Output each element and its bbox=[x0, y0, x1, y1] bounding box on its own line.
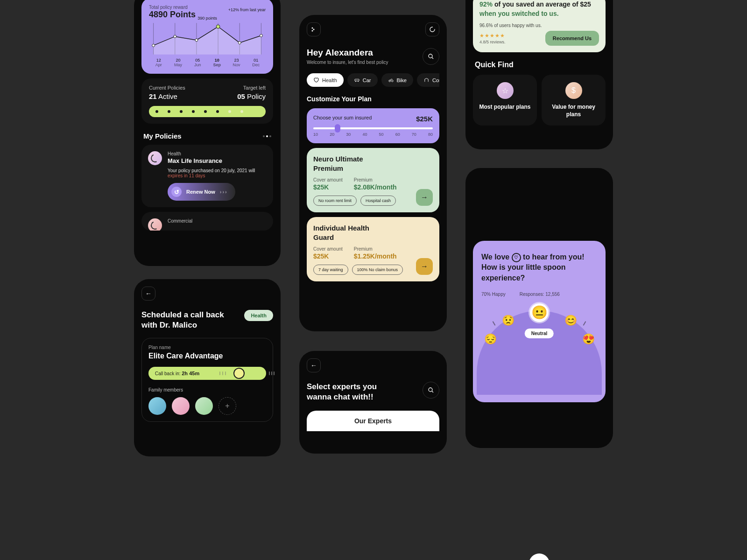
plan-name: Individual Health Guard bbox=[313, 224, 379, 242]
slider-scale: 1020304050607080 bbox=[313, 132, 433, 137]
rewards-screen: Total policy reward 4890 Points +12% fro… bbox=[134, 0, 281, 266]
svg-line-17 bbox=[432, 57, 433, 59]
policy-icon bbox=[148, 218, 162, 231]
quickfind-card[interactable]: $ Value for money plans bbox=[542, 75, 606, 126]
svg-point-15 bbox=[430, 27, 435, 32]
back-button[interactable]: ← bbox=[307, 358, 321, 372]
svg-point-6 bbox=[152, 44, 155, 47]
svg-point-10 bbox=[238, 42, 241, 44]
experts-title: Select experts you wanna chat with!! bbox=[307, 382, 400, 402]
avatar[interactable] bbox=[172, 397, 190, 415]
svg-point-13 bbox=[313, 29, 315, 30]
plan-name: Neuro Ultimate Premium bbox=[313, 154, 379, 173]
pager-dots[interactable] bbox=[263, 135, 271, 137]
recommend-subtext: 96.6% of users happy with us. bbox=[479, 23, 599, 28]
policies-summary: Current Policies 21 Active Target left 0… bbox=[141, 78, 273, 124]
search-button[interactable] bbox=[423, 382, 439, 399]
slider-thumb[interactable] bbox=[335, 124, 340, 133]
heart-icon: ♡ bbox=[512, 253, 521, 262]
svg-line-24 bbox=[432, 391, 433, 392]
rewards-label: Total policy reward bbox=[149, 5, 266, 10]
policy-name: Max Life Insurance bbox=[168, 157, 267, 164]
chart-peak-label: 390 points bbox=[149, 16, 266, 21]
target-left-label: Target left bbox=[237, 85, 266, 91]
callback-details: Plan name Elite Care Advantage Call back… bbox=[141, 338, 273, 422]
recommend-button[interactable]: Recommend Us bbox=[545, 31, 599, 46]
chip-commercial[interactable]: Commer bbox=[417, 73, 439, 87]
plan-name: Elite Care Advantage bbox=[148, 352, 266, 360]
sum-amount: $25K bbox=[416, 115, 433, 123]
subtitle: Welcome to insure, let's find best polic… bbox=[307, 60, 388, 65]
callback-timer-bar[interactable]: Call back in: 2h 45m bbox=[148, 367, 266, 380]
policy-item[interactable]: Health Max Life Insurance Your policy pu… bbox=[141, 145, 273, 207]
renew-button[interactable]: ↺ Renew Now ››› bbox=[168, 183, 235, 201]
quickfind-card[interactable]: ☆ Most popular plans bbox=[473, 75, 537, 126]
family-avatars: + bbox=[148, 397, 266, 415]
dollar-icon: $ bbox=[565, 82, 582, 99]
feedback-card: We love ♡ to hear from you! How is your … bbox=[473, 241, 606, 402]
policy-category: Commercial bbox=[168, 218, 267, 224]
svg-point-20 bbox=[358, 81, 359, 82]
slider-thumb[interactable] bbox=[233, 368, 245, 379]
plan-card[interactable]: Individual Health Guard Cover amount$25K… bbox=[307, 217, 439, 281]
svg-point-16 bbox=[429, 54, 432, 58]
emoji-worried[interactable]: 😟 bbox=[501, 314, 515, 328]
rewards-chart: 390 points 12Apr 20May 05Jun bbox=[149, 16, 266, 67]
arrow-button[interactable]: → bbox=[416, 258, 433, 275]
emoji-neutral[interactable]: 😐 bbox=[530, 303, 549, 322]
close-button[interactable]: ✕ bbox=[529, 553, 550, 560]
sum-slider[interactable] bbox=[313, 127, 433, 129]
star-rating-icon: ★★★★★ bbox=[479, 33, 506, 39]
responses-stat: Responses: 12,556 bbox=[520, 292, 560, 297]
policy-item[interactable]: Commercial bbox=[141, 212, 273, 231]
emoji-happy[interactable]: 😊 bbox=[564, 314, 578, 328]
refresh-icon: ↺ bbox=[171, 187, 182, 197]
line-chart bbox=[149, 22, 266, 55]
sum-label: Choose your sum insured bbox=[313, 115, 372, 123]
plan-card[interactable]: Neuro Ultimate Premium Cover amount$25K … bbox=[307, 148, 439, 212]
family-members-label: Family members bbox=[148, 387, 266, 392]
sum-insured-card: Choose your sum insured $25K 10203040506… bbox=[307, 108, 439, 143]
feedback-title: We love ♡ to hear from you! How is your … bbox=[481, 252, 597, 283]
current-policies-label: Current Policies bbox=[149, 85, 185, 91]
progress-indicator bbox=[149, 106, 266, 117]
back-button[interactable]: ← bbox=[141, 287, 155, 301]
chip-car[interactable]: Car bbox=[347, 73, 378, 87]
svg-point-7 bbox=[174, 35, 176, 38]
emoji-sad[interactable]: 😔 bbox=[483, 332, 497, 346]
recommend-screen: 92% of you saved an average of $25 when … bbox=[465, 0, 613, 149]
menu-icon[interactable] bbox=[307, 22, 321, 36]
svg-point-22 bbox=[391, 80, 393, 82]
experts-header: Our Experts bbox=[313, 417, 433, 425]
refresh-icon[interactable] bbox=[425, 22, 439, 36]
search-button[interactable] bbox=[423, 48, 439, 65]
callback-title: Scheduled a call backwith Dr. Malico bbox=[141, 310, 224, 330]
arrow-button[interactable]: → bbox=[416, 189, 433, 206]
rewards-card: Total policy reward 4890 Points +12% fro… bbox=[141, 0, 273, 74]
svg-point-11 bbox=[260, 34, 263, 37]
review-score: 4.8/5 reviews. bbox=[479, 40, 506, 44]
category-tag: Health bbox=[244, 310, 273, 321]
avatar[interactable] bbox=[148, 397, 166, 415]
avatar[interactable] bbox=[195, 397, 213, 415]
greeting: Hey Alexandera bbox=[307, 48, 388, 58]
happy-stat: 70% Happy bbox=[481, 292, 506, 297]
customize-heading: Customize Your Plan bbox=[307, 95, 439, 103]
feedback-screen: We love ♡ to hear from you! How is your … bbox=[465, 168, 613, 448]
policy-icon bbox=[148, 151, 162, 165]
chip-health[interactable]: Health bbox=[307, 73, 344, 87]
plan-tag: 100% No claim bonus bbox=[352, 265, 403, 275]
experts-screen: ← Select experts you wanna chat with!! O… bbox=[299, 351, 447, 454]
mood-label: Neutral bbox=[525, 329, 554, 338]
chart-x-labels: 12Apr 20May 05Jun 10Sep 23Nov 01Dec bbox=[149, 58, 266, 67]
add-member-button[interactable]: + bbox=[218, 397, 236, 415]
recommend-card: 92% of you saved an average of $25 when … bbox=[473, 0, 606, 52]
chip-bike[interactable]: Bike bbox=[381, 73, 413, 87]
policy-message: Your policy purchased on 20 july, 2021 w… bbox=[168, 168, 267, 178]
svg-point-19 bbox=[355, 81, 356, 82]
emoji-love[interactable]: 😍 bbox=[581, 332, 595, 346]
svg-rect-18 bbox=[355, 79, 359, 81]
mood-selector[interactable]: 😔 😟 😐 😊 😍 Neutral bbox=[481, 306, 597, 367]
svg-point-23 bbox=[429, 388, 432, 392]
plan-tag: Hospital cash bbox=[360, 196, 396, 206]
